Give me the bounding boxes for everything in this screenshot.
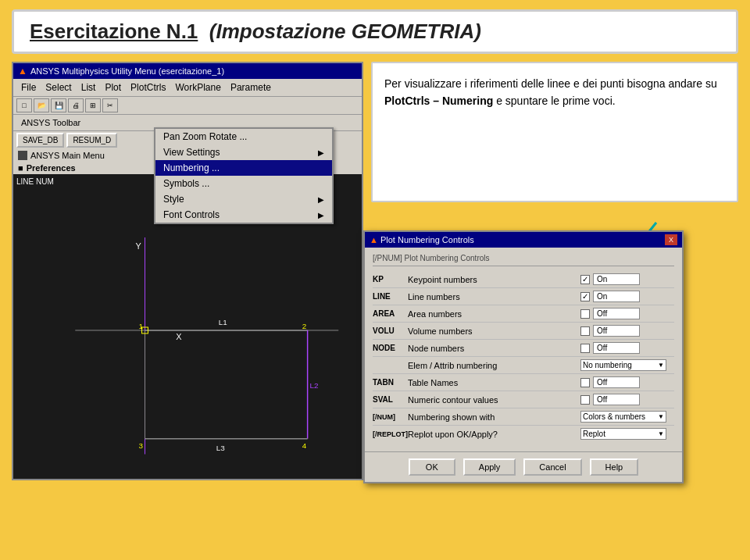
menu-bar: File Select List Plot PlotCtrls WorkPlan… [13, 79, 362, 97]
help-button[interactable]: Help [590, 458, 639, 476]
dialog-logo: ▲ [370, 235, 378, 244]
node-value: Off [593, 342, 640, 354]
title-bar: Esercitazione N.1 (Impostazione GEOMETRI… [12, 9, 738, 54]
dialog-buttons: OK Apply Cancel Help [365, 451, 682, 482]
volu-checkbox[interactable] [580, 326, 590, 336]
tabn-checkbox[interactable] [580, 378, 590, 387]
plot-numbering-dialog: ▲ Plot Numbering Controls X [/PNUM] Plot… [363, 230, 684, 483]
menu-list[interactable]: List [77, 80, 101, 95]
elem-select-arrow: ▼ [658, 362, 664, 369]
toolbar-icon-open[interactable]: 📂 [34, 98, 49, 112]
dialog-row-kp: KP Keypoint numbers On [373, 271, 674, 288]
dialog-row-replot: [/REPLOT] Replot upon OK/Apply? Replot ▼ [373, 426, 674, 442]
menu-plot[interactable]: Plot [100, 80, 126, 95]
dialog-row-sval: SVAL Numeric contour values Off [373, 391, 674, 408]
area-value: Off [593, 308, 640, 319]
ansys-title-text: ANSYS Multiphysics Utility Menu (esercit… [30, 66, 224, 76]
font-arrow-icon: ▶ [318, 211, 324, 219]
title-bold: Esercitazione N.1 [30, 20, 198, 43]
dropdown-pan-zoom[interactable]: Pan Zoom Rotate ... [155, 129, 332, 144]
dialog-row-volu: VOLU Volume numbers Off [373, 323, 674, 340]
toolbar-icon-print[interactable]: 🖨 [68, 98, 84, 112]
menu-file[interactable]: File [16, 80, 41, 95]
main-menu-text: ANSYS Main Menu [30, 151, 105, 160]
cancel-button[interactable]: Cancel [523, 458, 581, 476]
replot-select-arrow: ▼ [658, 430, 664, 437]
dialog-titlebar: ▲ Plot Numbering Controls X [365, 232, 682, 248]
toolbar-icon-6[interactable]: ✂ [102, 98, 118, 112]
dialog-row-line: LINE Line numbers On [373, 288, 674, 305]
preferences-label: Preferences [27, 163, 76, 173]
ansys-toolbar-label: ANSYS Toolbar [16, 116, 85, 129]
sval-checkbox[interactable] [580, 395, 590, 405]
toolbar-icon-new[interactable]: □ [16, 98, 32, 112]
menu-paramete[interactable]: Paramete [226, 80, 276, 95]
ok-button[interactable]: OK [409, 458, 455, 476]
dialog-header: [/PNUM] Plot Numbering Controls [373, 254, 674, 266]
toolbar-row: □ 📂 💾 🖨 ⊞ ✂ [13, 97, 362, 115]
tabn-value: Off [593, 376, 640, 388]
line-value: On [593, 291, 640, 302]
kp-value: On [593, 273, 640, 285]
dialog-content: [/PNUM] Plot Numbering Controls KP Keypo… [365, 248, 682, 448]
toolbar-icon-save[interactable]: 💾 [51, 98, 66, 112]
save-db-button[interactable]: SAVE_DB [16, 133, 64, 148]
dropdown-view-settings[interactable]: View Settings ▶ [155, 144, 332, 160]
svg-text:4: 4 [302, 441, 307, 450]
menu-plotctrls[interactable]: PlotCtrls [126, 80, 170, 95]
elem-select[interactable]: No numbering ▼ [580, 359, 666, 371]
style-arrow-icon: ▶ [318, 195, 324, 204]
svg-text:L1: L1 [219, 318, 228, 326]
svg-text:1: 1 [139, 322, 144, 330]
line-checkbox[interactable] [580, 292, 590, 301]
menu-workplane[interactable]: WorkPlane [170, 80, 225, 95]
info-text: Per visualizzare i riferimenti delle lin… [384, 75, 725, 110]
svg-text:X: X [176, 332, 182, 341]
num-select-arrow: ▼ [658, 413, 664, 420]
dialog-close-button[interactable]: X [665, 234, 677, 245]
num-select[interactable]: Colors & numbers ▼ [580, 411, 666, 423]
dialog-row-area: AREA Area numbers Off [373, 305, 674, 323]
svg-text:L3: L3 [216, 444, 226, 452]
volu-value: Off [593, 325, 640, 337]
sval-value: Off [593, 394, 640, 405]
replot-select[interactable]: Replot ▼ [580, 428, 666, 440]
svg-text:L2: L2 [310, 381, 320, 390]
grid-icon [18, 151, 27, 160]
title-italic: (Impostazione GEOMETRIA) [209, 20, 481, 43]
dialog-title-text: ▲ Plot Numbering Controls [370, 235, 474, 244]
info-box: Per visualizzare i riferimenti delle lin… [371, 62, 738, 202]
area-checkbox[interactable] [580, 309, 590, 319]
arrow-icon: ▶ [318, 148, 324, 157]
toolbar-icon-5[interactable]: ⊞ [85, 98, 101, 112]
dropdown-menu[interactable]: Pan Zoom Rotate ... View Settings ▶ Numb… [154, 127, 334, 224]
dialog-row-tabn: TABN Table Names Off [373, 374, 674, 391]
ansys-titlebar: ▲ ANSYS Multiphysics Utility Menu (eserc… [13, 63, 362, 79]
dropdown-numbering[interactable]: Numbering ... [155, 160, 332, 176]
dropdown-symbols[interactable]: Symbols ... [155, 176, 332, 191]
apply-button[interactable]: Apply [463, 458, 516, 476]
dialog-row-num: [/NUM] Numbering shown with Colors & num… [373, 408, 674, 426]
ansys-window: ▲ ANSYS Multiphysics Utility Menu (eserc… [12, 62, 363, 480]
kp-checkbox[interactable] [580, 275, 590, 284]
svg-text:2: 2 [302, 322, 307, 330]
node-checkbox[interactable] [580, 344, 590, 353]
svg-text:3: 3 [139, 441, 144, 450]
dropdown-style[interactable]: Style ▶ [155, 191, 332, 207]
ansys-logo: ▲ [18, 66, 27, 77]
dialog-row-node: NODE Node numbers Off [373, 340, 674, 357]
dropdown-font-controls[interactable]: Font Controls ▶ [155, 207, 332, 223]
dialog-row-elem: Elem / Attrib numbering No numbering ▼ [373, 357, 674, 374]
preferences-icon: ■ [18, 163, 23, 173]
resum-d-button[interactable]: RESUM_D [66, 133, 117, 148]
svg-text:Y: Y [136, 241, 142, 251]
menu-select[interactable]: Select [41, 80, 76, 95]
